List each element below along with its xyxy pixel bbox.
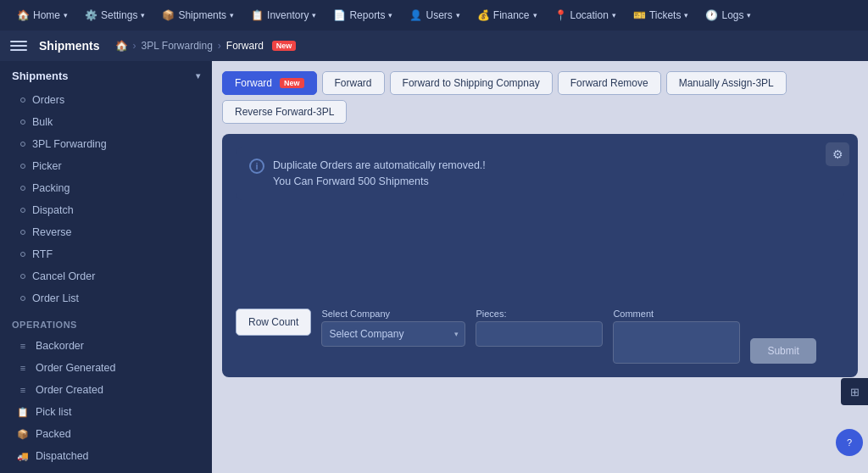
sidebar-item-reverse[interactable]: Reverse — [0, 221, 212, 243]
help-button[interactable]: ? — [836, 429, 863, 456]
dot-icon — [20, 230, 25, 235]
reports-arrow: ▾ — [388, 11, 392, 19]
sidebar-label-dispatch: Dispatch — [32, 204, 74, 216]
inventory-arrow: ▾ — [312, 11, 316, 19]
dot-icon — [20, 164, 25, 169]
logs-icon: 🕐 — [705, 9, 718, 21]
nav-inventory-label: Inventory — [267, 9, 309, 21]
tab-forward-shipping[interactable]: Forward to Shipping Compnay — [390, 71, 553, 95]
dispatched-icon: 🚚 — [17, 450, 29, 462]
main-card: i Duplicate Orders are automatically rem… — [222, 134, 858, 377]
tab-forward-shipping-label: Forward to Shipping Compnay — [403, 77, 540, 89]
nav-shipments[interactable]: 📦 Shipments ▾ — [155, 6, 241, 25]
tab-reverse-forward[interactable]: Reverse Forward-3PL — [222, 100, 347, 124]
nav-users[interactable]: 👤 Users ▾ — [403, 6, 466, 25]
sidebar-label-picker: Picker — [32, 160, 62, 172]
tab-forward[interactable]: Forward — [322, 71, 385, 95]
nav-logs-label: Logs — [721, 9, 743, 21]
ops-item-packed[interactable]: 📦 Packed — [0, 423, 212, 445]
sidebar-item-rtf[interactable]: RTF — [0, 243, 212, 265]
sidebar-shipments-header[interactable]: Shipments ▾ — [0, 61, 212, 89]
nav-logs[interactable]: 🕐 Logs ▾ — [698, 6, 758, 25]
dot-icon — [20, 252, 25, 257]
shipments-arrow: ▾ — [230, 11, 234, 19]
tab-forward-new[interactable]: Forward New — [222, 71, 317, 95]
backorder-icon: ≡ — [17, 340, 29, 352]
ops-item-dispatched[interactable]: 🚚 Dispatched — [0, 445, 212, 467]
sidebar-item-cancel[interactable]: Cancel Order — [0, 265, 212, 287]
nav-home[interactable]: 🏠 Home ▾ — [10, 6, 75, 25]
tab-row: Forward New Forward Forward to Shipping … — [222, 71, 858, 124]
pieces-label: Pieces: — [476, 309, 603, 319]
dot-icon — [20, 274, 25, 279]
settings-gear-button[interactable]: ⚙ — [826, 142, 849, 166]
ordercreated-icon: ≡ — [17, 384, 29, 396]
sidebar-label-bulk: Bulk — [32, 116, 53, 128]
nav-inventory[interactable]: 📋 Inventory ▾ — [244, 6, 323, 25]
breadcrumb-3pl[interactable]: 3PL Forwarding — [142, 40, 213, 52]
nav-finance[interactable]: 💰 Finance ▾ — [470, 6, 544, 25]
tab-forward-remove-label: Forward Remove — [570, 77, 648, 89]
content-area: Forward New Forward Forward to Shipping … — [212, 61, 868, 473]
tickets-arrow: ▾ — [684, 11, 688, 19]
ops-item-deliverymanifest[interactable]: 📑 Delivery Manifest — [0, 467, 212, 473]
breadcrumb-home[interactable]: 🏠 — [115, 40, 128, 52]
info-box: i Duplicate Orders are automatically rem… — [236, 147, 844, 200]
page-title: Shipments — [39, 39, 100, 53]
comment-group: Comment — [613, 309, 740, 364]
sidebar-item-bulk[interactable]: Bulk — [0, 111, 212, 133]
tab-manually-assign[interactable]: Manually Assign-3PL — [666, 71, 787, 95]
info-icon: i — [249, 159, 264, 174]
row-count-button[interactable]: Row Count — [236, 309, 311, 336]
sidebar-item-picker[interactable]: Picker — [0, 155, 212, 177]
sidebar-label-cancel: Cancel Order — [32, 270, 95, 282]
nav-shipments-label: Shipments — [178, 9, 226, 21]
comment-label: Comment — [613, 309, 740, 319]
new-badge: New — [272, 41, 297, 51]
nav-tickets[interactable]: 🎫 Tickets ▾ — [626, 6, 696, 25]
location-icon: 📍 — [554, 9, 567, 21]
dot-icon — [20, 120, 25, 125]
sidebar-item-orderlist[interactable]: Order List — [0, 287, 212, 309]
ordergenerated-icon: ≡ — [17, 362, 29, 374]
sidebar-item-packing[interactable]: Packing — [0, 177, 212, 199]
ops-item-ordercreated[interactable]: ≡ Order Created — [0, 379, 212, 401]
select-company-dropdown[interactable]: Select Company — [321, 321, 465, 347]
info-text: Duplicate Orders are automatically remov… — [273, 158, 486, 190]
home-arrow: ▾ — [64, 11, 68, 19]
sidebar-item-orders[interactable]: Orders — [0, 89, 212, 111]
comment-textarea[interactable] — [613, 321, 740, 364]
packed-icon: 📦 — [17, 428, 29, 440]
nav-reports[interactable]: 📄 Reports ▾ — [326, 6, 399, 25]
dot-icon — [20, 97, 25, 103]
sidebar-label-orderlist: Order List — [32, 292, 79, 304]
pieces-group: Pieces: — [476, 309, 603, 347]
select-company-label: Select Company — [321, 309, 465, 319]
hamburger-menu[interactable] — [10, 37, 27, 54]
pieces-input[interactable] — [476, 321, 603, 347]
ops-item-backorder[interactable]: ≡ Backorder — [0, 335, 212, 357]
breadcrumb-bar: Shipments 🏠 › 3PL Forwarding › Forward N… — [0, 31, 868, 61]
tab-forward-new-label: Forward — [235, 77, 272, 89]
submit-button[interactable]: Submit — [750, 338, 815, 364]
chevron-down-icon: ▾ — [196, 71, 200, 81]
finance-icon: 💰 — [477, 9, 490, 21]
nav-location[interactable]: 📍 Location ▾ — [548, 6, 623, 25]
nav-tickets-label: Tickets — [649, 9, 682, 21]
nav-settings[interactable]: ⚙️ Settings ▾ — [78, 6, 152, 25]
ops-item-ordergenerated[interactable]: ≡ Order Generated — [0, 357, 212, 379]
ops-label-ordergenerated: Order Generated — [36, 362, 116, 374]
ops-label-ordercreated: Order Created — [36, 384, 103, 396]
tab-manually-assign-label: Manually Assign-3PL — [679, 77, 774, 89]
right-widget: ⊞ — [841, 378, 868, 405]
nav-finance-label: Finance — [493, 9, 530, 21]
ops-item-picklist[interactable]: 📋 Pick list — [0, 401, 212, 423]
sidebar-item-3pl[interactable]: 3PL Forwarding — [0, 133, 212, 155]
grid-view-button[interactable]: ⊞ — [841, 378, 868, 405]
logs-arrow: ▾ — [747, 11, 751, 19]
ops-label-packed: Packed — [36, 428, 71, 440]
sidebar-label-packing: Packing — [32, 182, 70, 194]
tab-forward-remove[interactable]: Forward Remove — [558, 71, 661, 95]
nav-home-label: Home — [33, 9, 60, 21]
sidebar-item-dispatch[interactable]: Dispatch — [0, 199, 212, 221]
